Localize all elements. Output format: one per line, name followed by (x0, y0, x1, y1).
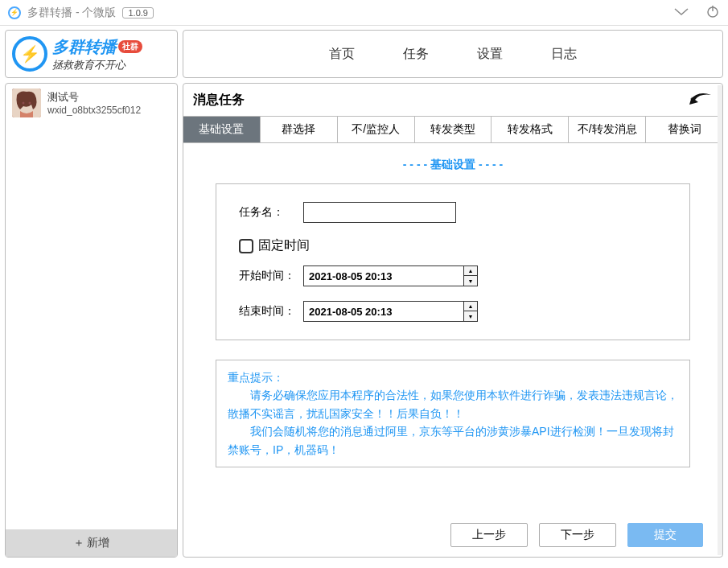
fixedtime-label: 固定时间 (258, 237, 310, 254)
account-wxid: wxid_o8btx3255cf012 (47, 105, 141, 116)
brand-slogan: 拯救教育不开心 (52, 58, 142, 72)
chevron-down-icon[interactable]: ▼ (464, 276, 477, 286)
submit-button[interactable]: 提交 (627, 523, 703, 547)
account-item[interactable]: 测试号 wxid_o8btx3255cf012 (6, 84, 177, 122)
back-icon[interactable] (689, 90, 713, 109)
tab-fwdfmt[interactable]: 转发格式 (492, 117, 569, 142)
tab-replace[interactable]: 替换词 (646, 117, 722, 142)
fixedtime-checkbox[interactable] (239, 239, 253, 253)
form-box: 任务名： 固定时间 开始时间： 2021-08-05 20:13 ▲▼ 结束时间… (216, 183, 690, 340)
content-panel: 消息任务 基础设置 群选择 不/监控人 转发类型 转发格式 不/转发消息 替换词… (183, 83, 723, 558)
endtime-label: 结束时间： (239, 304, 297, 319)
account-list: 测试号 wxid_o8btx3255cf012 ＋ 新增 (5, 83, 178, 558)
nav-log[interactable]: 日志 (551, 46, 577, 63)
titlebar: ⚡ 多群转播 - 个微版 1.0.9 (0, 0, 728, 26)
notice-title: 重点提示： (228, 368, 678, 386)
starttime-spinner[interactable]: ▲▼ (464, 265, 478, 286)
svg-point-3 (23, 102, 25, 105)
tab-group[interactable]: 群选择 (261, 117, 338, 142)
brand-logo-icon: ⚡ (12, 36, 47, 72)
nav-task[interactable]: 任务 (403, 46, 429, 63)
add-account-button[interactable]: ＋ 新增 (6, 529, 177, 557)
notice-body-2: 我们会随机将您的消息通过阿里，京东等平台的涉黄涉暴API进行检测！一旦发现将封禁… (228, 422, 678, 459)
nav-settings[interactable]: 设置 (477, 46, 503, 63)
avatar (12, 88, 41, 117)
starttime-input[interactable]: 2021-08-05 20:13 (303, 265, 464, 286)
chevron-up-icon[interactable]: ▲ (464, 266, 477, 276)
tabs: 基础设置 群选择 不/监控人 转发类型 转发格式 不/转发消息 替换词 (183, 116, 722, 143)
taskname-label: 任务名： (239, 205, 297, 220)
app-title: 多群转播 - 个微版 (27, 6, 116, 20)
prev-button[interactable]: 上一步 (450, 523, 528, 547)
brand-box: ⚡ 多群转播社群 拯救教育不开心 (5, 30, 178, 78)
brand-badge: 社群 (118, 40, 142, 53)
brand-name: 多群转播 (52, 36, 117, 58)
content-title: 消息任务 (193, 92, 245, 109)
account-name: 测试号 (47, 90, 141, 105)
next-button[interactable]: 下一步 (539, 523, 616, 547)
power-icon[interactable] (705, 4, 720, 22)
minimize-icon[interactable] (673, 6, 689, 20)
tab-fwdmsg[interactable]: 不/转发消息 (569, 117, 646, 142)
section-title: - - - - 基础设置 - - - - (183, 158, 722, 172)
app-icon: ⚡ (8, 6, 21, 19)
svg-point-4 (29, 102, 31, 105)
chevron-up-icon[interactable]: ▲ (464, 302, 477, 311)
tab-basic[interactable]: 基础设置 (183, 117, 261, 142)
tab-fwdtype[interactable]: 转发类型 (415, 117, 492, 142)
notice-box: 重点提示： 请务必确保您应用本程序的合法性，如果您使用本软件进行诈骗，发表违法违… (216, 360, 690, 467)
endtime-spinner[interactable]: ▲▼ (464, 301, 478, 322)
notice-body-1: 请务必确保您应用本程序的合法性，如果您使用本软件进行诈骗，发表违法违规言论，散播… (228, 386, 678, 422)
endtime-input[interactable]: 2021-08-05 20:13 (303, 301, 464, 322)
starttime-label: 开始时间： (239, 269, 297, 283)
top-nav: 首页 任务 设置 日志 (183, 30, 723, 78)
chevron-down-icon[interactable]: ▼ (464, 311, 477, 321)
scrollbar[interactable] (718, 85, 722, 555)
version-badge: 1.0.9 (122, 7, 153, 19)
tab-monitor[interactable]: 不/监控人 (338, 117, 415, 142)
nav-home[interactable]: 首页 (329, 46, 355, 63)
taskname-input[interactable] (303, 202, 456, 223)
